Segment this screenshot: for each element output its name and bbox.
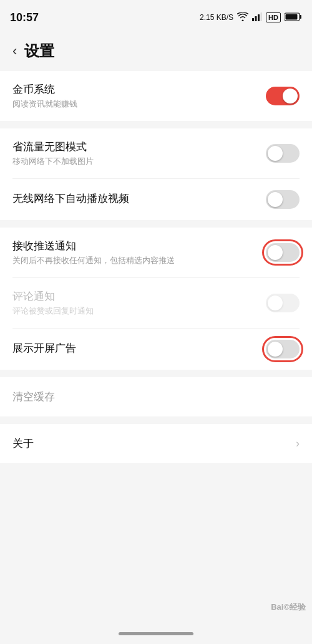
setting-comment-text: 评论通知 评论被赞或回复时通知 — [12, 289, 266, 317]
setting-splash-title: 展示开屏广告 — [12, 341, 266, 355]
setting-coin-subtitle: 阅读资讯就能赚钱 — [12, 99, 266, 110]
setting-comment-title: 评论通知 — [12, 289, 266, 304]
battery-icon — [285, 12, 302, 23]
toggle-knob — [268, 146, 283, 161]
setting-push-title: 接收推送通知 — [12, 239, 266, 253]
about-chevron: › — [296, 437, 300, 450]
clear-cache-label: 清空缓存 — [12, 390, 55, 404]
toggle-knob — [268, 342, 283, 357]
setting-auto-play-title: 无线网络下自动播放视频 — [12, 191, 266, 206]
svg-rect-3 — [261, 12, 263, 21]
toggle-knob — [268, 245, 283, 260]
setting-splash-ad: 展示开屏广告 — [12, 329, 300, 370]
section-notifications: 接收推送通知 关闭后不再接收任何通知，包括精选内容推送 评论通知 评论被赞或回复… — [0, 228, 312, 370]
setting-comment-subtitle: 评论被赞或回复时通知 — [12, 305, 266, 317]
setting-push-notifications: 接收推送通知 关闭后不再接收任何通知，包括精选内容推送 — [12, 228, 300, 278]
setting-auto-play: 无线网络下自动播放视频 — [12, 179, 300, 220]
signal-icon — [252, 12, 262, 23]
about-row[interactable]: 关于 › — [0, 424, 312, 463]
setting-save-traffic: 省流量无图模式 移动网络下不加载图片 — [12, 128, 300, 179]
wifi-icon — [237, 12, 248, 23]
back-button[interactable]: ‹ — [12, 43, 17, 59]
network-speed-label: 2.15 KB/S — [200, 13, 233, 22]
bottom-bar — [0, 623, 312, 644]
setting-push-text: 接收推送通知 关闭后不再接收任何通知，包括精选内容推送 — [12, 239, 266, 266]
setting-push-subtitle: 关闭后不再接收任何通知，包括精选内容推送 — [12, 255, 266, 266]
toggle-coin-system[interactable] — [266, 87, 300, 105]
content: 金币系统 阅读资讯就能赚钱 省流量无图模式 移动网络下不加载图片 无线网络下自动… — [0, 71, 312, 463]
status-time: 10:57 — [10, 11, 39, 24]
toggle-save-traffic[interactable] — [266, 144, 300, 163]
toggle-knob — [268, 296, 283, 310]
section-network: 省流量无图模式 移动网络下不加载图片 无线网络下自动播放视频 — [0, 128, 312, 220]
hd-icon: HD — [266, 12, 281, 22]
toggle-knob — [268, 192, 283, 207]
svg-rect-5 — [300, 15, 302, 19]
setting-splash-text: 展示开屏广告 — [12, 341, 266, 357]
toggle-knob — [283, 89, 298, 103]
svg-rect-6 — [286, 14, 298, 19]
setting-coin-title: 金币系统 — [12, 82, 266, 97]
setting-save-traffic-text: 省流量无图模式 移动网络下不加载图片 — [12, 140, 266, 167]
setting-auto-play-text: 无线网络下自动播放视频 — [12, 191, 266, 208]
setting-comment-notifications: 评论通知 评论被赞或回复时通知 — [12, 278, 300, 329]
page-title: 设置 — [24, 41, 54, 61]
setting-coin-system: 金币系统 阅读资讯就能赚钱 — [12, 71, 300, 121]
svg-rect-0 — [252, 18, 254, 21]
toggle-splash-ad[interactable] — [266, 340, 300, 358]
svg-rect-1 — [255, 16, 257, 21]
watermark: Bai©经验 — [271, 602, 306, 613]
home-indicator — [119, 632, 193, 635]
setting-coin-text: 金币系统 阅读资讯就能赚钱 — [12, 82, 266, 110]
toggle-auto-play[interactable] — [266, 190, 300, 209]
clear-cache-row[interactable]: 清空缓存 — [0, 377, 312, 416]
setting-save-traffic-title: 省流量无图模式 — [12, 140, 266, 154]
about-label: 关于 — [12, 436, 34, 451]
toggle-comment-notifications — [266, 294, 300, 312]
status-icons: 2.15 KB/S HD — [200, 12, 302, 23]
setting-save-traffic-subtitle: 移动网络下不加载图片 — [12, 156, 266, 167]
section-coins: 金币系统 阅读资讯就能赚钱 — [0, 71, 312, 121]
status-bar: 10:57 2.15 KB/S HD — [0, 0, 312, 35]
page-header: ‹ 设置 — [0, 35, 312, 71]
toggle-push-notifications[interactable] — [266, 243, 300, 262]
svg-rect-2 — [258, 14, 260, 21]
